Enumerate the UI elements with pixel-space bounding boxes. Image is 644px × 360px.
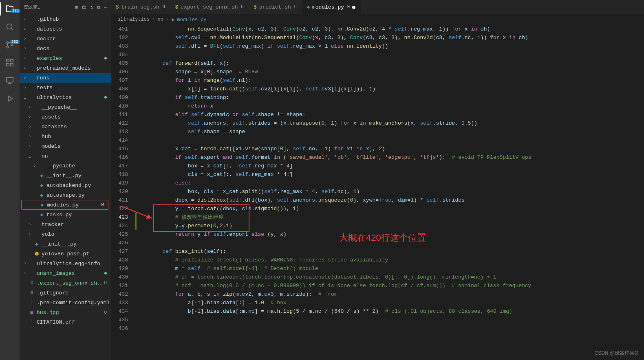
file-item[interactable]: ▣bus.jpgU — [20, 307, 111, 317]
folder-item[interactable]: ›.github — [20, 14, 111, 24]
git-status: U — [104, 310, 111, 315]
explorer-icon[interactable]: 252 — [4, 3, 15, 15]
code-line[interactable]: a[-1].bias.data[:] = 1.0 # box — [137, 299, 644, 307]
file-item[interactable]: ◆__init__.py — [20, 239, 111, 249]
remote-icon[interactable] — [4, 75, 15, 86]
chevron-icon: › — [24, 26, 29, 31]
code-line[interactable]: box, cls = x_cat.split((self.reg_max * 4… — [137, 187, 644, 196]
code-line[interactable]: # cf = torch.bincount(torch.tensor(np.co… — [137, 273, 644, 281]
code-line[interactable]: else: — [137, 179, 644, 187]
tab-modules-py[interactable]: ◆modules.pyM — [302, 0, 361, 14]
code-line[interactable]: cls = x_cat[:, self.reg_max * 4:] — [137, 170, 644, 179]
line-number: 434 — [111, 307, 128, 316]
code-content[interactable]: nn.Sequential(Conv(x, c2, 3), Conv(c2, c… — [135, 25, 644, 360]
code-line[interactable]: def bias_init(self): — [137, 247, 644, 256]
collapse-icon[interactable]: ⊟ — [97, 4, 100, 10]
folder-item[interactable]: ›docs — [20, 44, 111, 53]
folder-item[interactable]: ›ultralytics.egg-info — [20, 259, 111, 268]
folder-item[interactable]: ›docker — [20, 34, 111, 44]
code-line[interactable]: y=y.permute(0,2,1) — [137, 222, 644, 230]
code-line[interactable]: nn.Sequential(Conv(x, c2, 3), Conv(c2, c… — [137, 25, 644, 33]
tab-predict-sh[interactable]: $predict.shU — [249, 0, 302, 14]
code-line[interactable]: dbox = dist2bbox(self.dfl(box), self.anc… — [137, 196, 644, 204]
folder-item[interactable]: ›models — [20, 141, 111, 151]
tab-export_seg_onnx-sh[interactable]: $export_seg_onnx.shU — [170, 0, 249, 14]
file-item[interactable]: ◆modules.pyM — [21, 200, 108, 210]
tab-git-status: M — [347, 5, 350, 9]
folder-item[interactable]: ›pretrained_models — [20, 63, 111, 73]
file-item[interactable]: ◆tasks.py — [20, 210, 111, 220]
file-item[interactable]: !.pre-commit-config.yaml — [20, 298, 111, 307]
code-line[interactable]: self.dfl = DFL(self.reg_max) if self.reg… — [137, 42, 644, 50]
folder-item[interactable]: ›tests — [20, 83, 111, 92]
code-line[interactable] — [137, 136, 644, 145]
code-line[interactable]: return x — [137, 102, 644, 110]
code-line[interactable]: # 修改模型输出维度 — [137, 213, 644, 222]
folder-item[interactable]: ›runs — [20, 73, 111, 83]
breadcrumb-item[interactable]: ◆ modules.py — [171, 17, 206, 23]
source-control-icon[interactable]: 252 — [4, 39, 15, 50]
code-line[interactable]: b[-1].bias.data[:m.nc] = math.log(5 / m.… — [137, 307, 644, 316]
file-item[interactable]: ≡.export_seg_onnx.sh.swpU — [20, 278, 111, 288]
code-line[interactable]: return y if self.export else (y, x) — [137, 230, 644, 239]
file-item[interactable]: !CITATION.cff — [20, 317, 111, 327]
code-line[interactable]: def forward(self, x): — [137, 59, 644, 68]
search-icon[interactable] — [4, 21, 15, 33]
tab-train_seg-sh[interactable]: $train_seg.shU — [111, 0, 170, 14]
more-icon[interactable]: ⋯ — [104, 4, 107, 10]
code-line[interactable]: x_cat = torch.cat([xi.view(shape[0], sel… — [137, 145, 644, 153]
tree-label: models — [42, 143, 111, 149]
file-item[interactable]: ◆__init__.py — [20, 171, 111, 180]
code-line[interactable]: # Initialize Detect() biases, WARNING: r… — [137, 256, 644, 264]
code-line[interactable]: if self.export and self.format in ('save… — [137, 153, 644, 162]
folder-item[interactable]: ›tracker — [20, 220, 111, 229]
tabs-bar: $train_seg.shU$export_seg_onnx.shU$predi… — [111, 0, 644, 14]
code-line[interactable]: self.anchors, self.strides = (x.transpos… — [137, 119, 644, 127]
code-line[interactable]: if self.training: — [137, 93, 644, 102]
code-line[interactable]: m = self # self.model[-1] # Detect() mod… — [137, 264, 644, 273]
folder-item[interactable]: ›__pycache__ — [20, 102, 111, 112]
folder-item[interactable]: ›examples — [20, 53, 111, 63]
py-icon: ◆ — [307, 4, 310, 10]
code-line[interactable]: # ncf = math.log(0.6 / (m.nc - 0.999999)… — [137, 281, 644, 290]
code-line[interactable]: elif self.dynamic or self.shape != shape… — [137, 110, 644, 119]
file-item[interactable]: ⬢yolov8n-pose.pt — [20, 249, 111, 259]
code-line[interactable] — [137, 50, 644, 59]
debug-icon[interactable] — [4, 93, 15, 104]
breadcrumb-item[interactable]: ultralytics — [117, 17, 150, 22]
code-line[interactable]: x[i] = torch.cat((self.cv2[i](x[i]), sel… — [137, 85, 644, 93]
code-line[interactable]: y = torch.cat((dbox, cls.sigmoid()), 1) — [137, 204, 644, 213]
file-item[interactable]: ◆autobackend.py — [20, 180, 111, 190]
chevron-icon: › — [24, 56, 29, 61]
folder-item[interactable]: ›unann_images — [20, 268, 111, 278]
folder-item[interactable]: ›datasets — [20, 24, 111, 34]
code-line[interactable] — [137, 239, 644, 247]
folder-item[interactable]: ›__pycache__ — [20, 161, 111, 171]
file-item[interactable]: ◆autoshape.py — [20, 190, 111, 200]
folder-item[interactable]: ⌄ultralytics — [20, 92, 111, 102]
svg-point-2 — [7, 46, 9, 48]
tree-label: datasets — [37, 26, 111, 32]
breadcrumb-item[interactable]: nn — [157, 17, 163, 22]
code-line[interactable]: shape = x[0].shape # BCHW — [137, 68, 644, 76]
folder-item[interactable]: ›hub — [20, 132, 111, 141]
folder-item[interactable]: ›yolo — [20, 229, 111, 239]
yaml-file-icon: ! — [29, 300, 35, 305]
file-item[interactable]: ≡.gitignore — [20, 288, 111, 298]
extensions-icon[interactable] — [4, 57, 15, 68]
folder-item[interactable]: ›datasets — [20, 122, 111, 132]
code-line[interactable]: for a, b, s in zip(m.cv2, m.cv3, m.strid… — [137, 290, 644, 299]
line-number: 430 — [111, 273, 128, 281]
folder-item[interactable]: ⌄nn — [20, 151, 111, 161]
code-line[interactable]: self.cv3 = nn.ModuleList(nn.Sequential(C… — [137, 33, 644, 42]
new-folder-icon[interactable]: 🗀 — [82, 4, 86, 10]
code-line[interactable] — [137, 324, 644, 333]
refresh-icon[interactable]: ↻ — [90, 4, 93, 10]
new-file-icon[interactable]: ⊞ — [75, 4, 78, 10]
folder-item[interactable]: ›assets — [20, 112, 111, 122]
code-line[interactable]: box = x_cat[:, :self.reg_max * 4] — [137, 162, 644, 170]
code-line[interactable]: self.shape = shape — [137, 127, 644, 136]
chevron-icon: › — [29, 232, 33, 237]
code-line[interactable] — [137, 316, 644, 324]
code-line[interactable]: for i in range(self.nl): — [137, 76, 644, 85]
